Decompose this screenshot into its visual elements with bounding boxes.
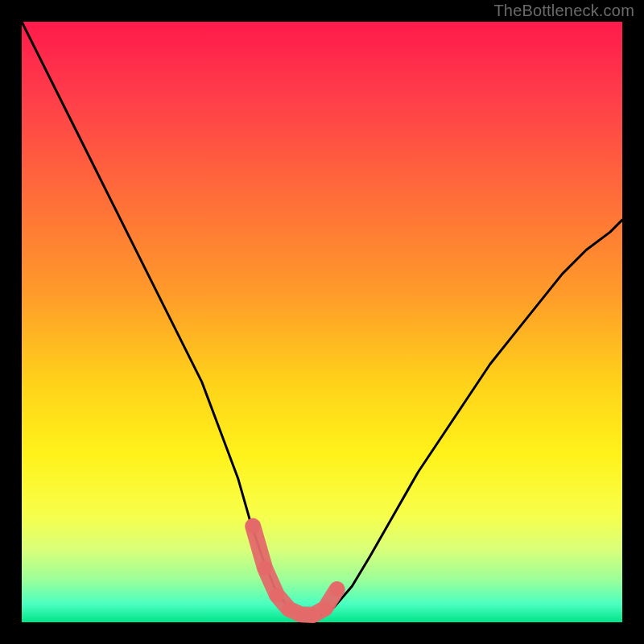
plot-background xyxy=(22,22,622,622)
trough-marker xyxy=(330,582,345,597)
trough-marker xyxy=(270,588,284,602)
chart-frame: TheBottleneck.com xyxy=(0,0,644,644)
trough-marker xyxy=(258,561,272,576)
trough-marker xyxy=(246,519,260,534)
bottleneck-chart xyxy=(0,0,644,644)
trough-marker xyxy=(318,601,332,616)
watermark-label: TheBottleneck.com xyxy=(493,2,634,20)
